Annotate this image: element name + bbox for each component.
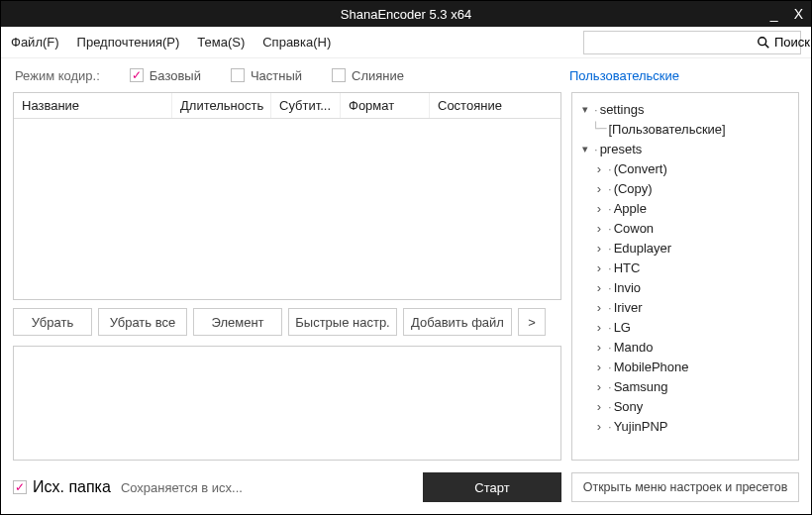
action-buttons: Убрать Убрать все Элемент Быстрые настр.…	[13, 308, 561, 336]
mode-label: Режим кодир.:	[15, 68, 100, 83]
checkbox-icon	[332, 68, 346, 82]
chevron-down-icon	[578, 103, 592, 116]
search-icon	[757, 36, 770, 50]
chevron-right-icon	[592, 260, 606, 275]
tree-item[interactable]: ·Mando	[578, 337, 792, 357]
window-title: ShanaEncoder 5.3 x64	[341, 7, 471, 22]
tree-item[interactable]: ·MobilePhone	[578, 357, 792, 376]
mode-basic-checkbox[interactable]: ✓ Базовый	[130, 68, 201, 83]
tree-item[interactable]: ·Apple	[578, 198, 792, 218]
tree-item[interactable]: ·(Convert)	[578, 158, 792, 178]
table-body[interactable]	[14, 119, 560, 299]
tree-label: Cowon	[614, 221, 654, 236]
start-button[interactable]: Старт	[423, 472, 561, 502]
chevron-right-icon	[592, 399, 606, 414]
tree-label: HTC	[614, 260, 641, 275]
col-duration[interactable]: Длительность	[172, 93, 271, 118]
menu-theme[interactable]: Тема(S)	[197, 35, 245, 50]
minimize-button[interactable]: _	[770, 6, 778, 22]
col-status[interactable]: Состояние	[430, 93, 560, 118]
tree-label: Invio	[614, 280, 641, 295]
col-subtitle[interactable]: Субтит...	[271, 93, 341, 118]
open-presets-button[interactable]: Открыть меню настроек и пресетов	[571, 472, 799, 502]
mode-merge-checkbox[interactable]: Слияние	[332, 68, 404, 83]
checkbox-icon	[231, 68, 245, 82]
add-file-button[interactable]: Добавить файл	[403, 308, 512, 336]
menu-help[interactable]: Справка(H)	[262, 35, 331, 50]
tree-label: Apple	[614, 201, 647, 216]
tree-item[interactable]: ·HTC	[578, 258, 792, 277]
file-table: Название Длительность Субтит... Формат С…	[13, 92, 561, 300]
tree-item[interactable]: ·Iriver	[578, 297, 792, 317]
tree-label: YujinPNP	[614, 419, 668, 434]
svg-point-0	[759, 37, 766, 45]
content: Название Длительность Субтит... Формат С…	[1, 92, 811, 514]
col-name[interactable]: Название	[14, 93, 172, 118]
chevron-right-icon	[592, 221, 606, 236]
log-area[interactable]	[13, 346, 561, 461]
source-folder-label: Исх. папка	[33, 478, 111, 496]
tree-item[interactable]: ·Cowon	[578, 218, 792, 238]
chevron-right-icon	[592, 280, 606, 295]
app-window: ShanaEncoder 5.3 x64 _ X Файл(F) Предпоч…	[0, 0, 812, 515]
modebar: Режим кодир.: ✓ Базовый Частный Слияние …	[1, 58, 811, 92]
window-controls: _ X	[770, 1, 803, 27]
table-header: Название Длительность Субтит... Формат С…	[14, 93, 560, 119]
quick-settings-button[interactable]: Быстрые настр.	[288, 308, 397, 336]
search-label: Поиск	[774, 35, 810, 50]
tree-label: (Copy)	[614, 181, 653, 196]
chevron-right-icon	[592, 320, 606, 335]
close-button[interactable]: X	[794, 6, 803, 22]
left-pane: Название Длительность Субтит... Формат С…	[13, 92, 561, 502]
chevron-right-icon	[592, 181, 606, 196]
element-button[interactable]: Элемент	[193, 308, 282, 336]
tree-label: Eduplayer	[614, 241, 672, 256]
tree-item[interactable]: ·Sony	[578, 396, 792, 416]
chevron-right-icon	[592, 340, 606, 355]
chevron-right-icon	[592, 379, 606, 394]
tree-item[interactable]: ·Invio	[578, 277, 792, 297]
tree-item[interactable]: ·LG	[578, 317, 792, 337]
chevron-down-icon	[578, 143, 592, 155]
tree-label: Iriver	[614, 300, 643, 315]
check-icon: ✓	[130, 68, 144, 82]
tree-label: Sony	[614, 399, 644, 414]
menu-preferences[interactable]: Предпочтения(P)	[77, 35, 180, 50]
save-path-hint[interactable]: Сохраняется в исх...	[121, 480, 413, 495]
tree-item[interactable]: ·Eduplayer	[578, 238, 792, 258]
tree-item[interactable]: └─[Пользовательские]	[578, 119, 792, 139]
chevron-right-icon	[592, 300, 606, 315]
tree-label: presets	[600, 142, 643, 156]
chevron-right-icon	[592, 419, 606, 434]
tree-node-settings[interactable]: · settings	[578, 99, 792, 119]
chevron-right-icon	[592, 360, 606, 374]
tree-node-presets[interactable]: · presets	[578, 139, 792, 158]
svg-line-1	[765, 44, 769, 48]
mode-private-checkbox[interactable]: Частный	[231, 68, 302, 83]
mode-basic-label: Базовый	[150, 68, 201, 83]
search-box: Поиск	[583, 31, 801, 54]
bottom-row: ✓ Исх. папка Сохраняется в исх... Старт	[13, 472, 561, 502]
source-folder-checkbox[interactable]: ✓ Исх. папка	[13, 478, 111, 496]
mode-private-label: Частный	[251, 68, 302, 83]
tree-label: settings	[600, 102, 645, 117]
col-format[interactable]: Формат	[341, 93, 430, 118]
tree-item[interactable]: ·YujinPNP	[578, 416, 792, 436]
tree-item[interactable]: ·(Copy)	[578, 178, 792, 198]
search-input[interactable]	[590, 35, 757, 50]
tree-label: [Пользовательские]	[608, 122, 725, 137]
tree-label: Mando	[614, 340, 654, 355]
tree-item[interactable]: ·Samsung	[578, 376, 792, 396]
remove-button[interactable]: Убрать	[13, 308, 92, 336]
titlebar: ShanaEncoder 5.3 x64 _ X	[1, 1, 811, 27]
user-presets-heading[interactable]: Пользовательские	[569, 68, 797, 83]
chevron-right-icon	[592, 201, 606, 216]
more-button[interactable]: >	[518, 308, 546, 336]
menu-file[interactable]: Файл(F)	[11, 35, 59, 50]
search-button[interactable]: Поиск	[757, 35, 810, 50]
mode-merge-label: Слияние	[352, 68, 404, 83]
tree-label: Samsung	[614, 379, 668, 394]
chevron-right-icon	[592, 161, 606, 176]
check-icon: ✓	[13, 480, 27, 494]
remove-all-button[interactable]: Убрать все	[98, 308, 187, 336]
